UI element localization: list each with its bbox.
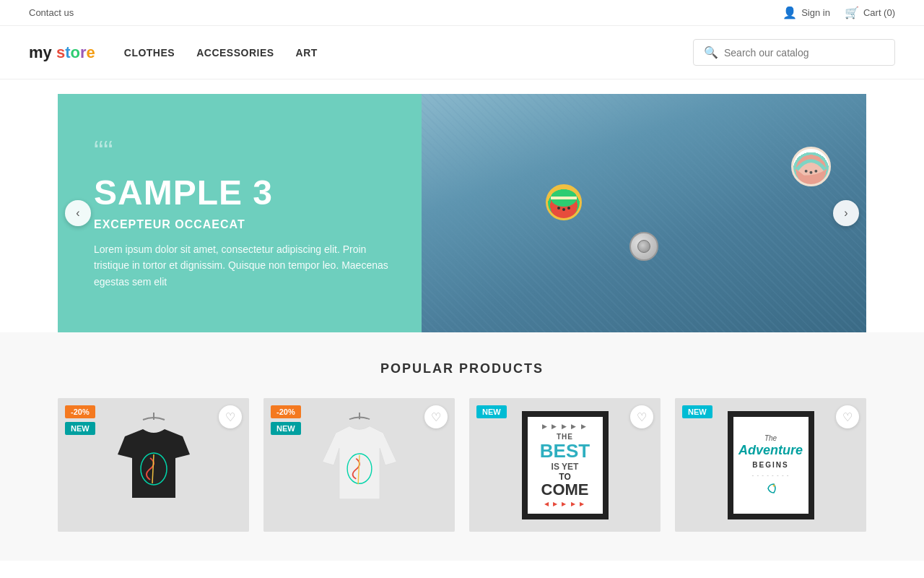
art-print-4-the: The [764,434,777,442]
tshirt-svg-1 [110,411,197,519]
art-print-3-arrows: ◀ ▶ ▶ ▶ ▶ [544,501,585,507]
svg-point-3 [557,207,560,210]
product-image-2: -20% NEW ♡ [263,398,455,532]
product-badges-2: -20% NEW [271,405,301,435]
hero-section: ““ SAMPLE 3 EXCEPTEUR OCCAECAT Lorem ips… [58,94,866,332]
product-card-4[interactable]: NEW ♡ The Adventure BEGINS - - - - - - -… [675,398,866,532]
contact-us-link[interactable]: Contact us [29,7,74,18]
product-image-4: NEW ♡ The Adventure BEGINS - - - - - - -… [675,398,866,532]
product-card-1[interactable]: -20% NEW ♡ [58,398,249,532]
cart-icon: 🛒 [845,6,859,20]
longsleeve-svg-2 [316,411,403,519]
logo-my: my [29,43,56,61]
svg-point-4 [562,208,565,211]
hero-subtitle: EXCEPTEUR OCCAECAT [94,218,393,231]
art-print-4: The Adventure BEGINS - - - - - - - - [728,411,814,519]
badge-new-1: NEW [65,422,95,435]
signin-label: Sign in [801,7,830,18]
svg-point-5 [567,207,570,210]
slider-prev-button[interactable]: ‹ [65,200,91,226]
wishlist-button-1[interactable]: ♡ [219,405,242,428]
badge-discount-2: -20% [271,405,301,418]
badge-new-4: NEW [682,405,712,418]
svg-point-7 [809,171,812,174]
hero-body: Lorem ipsum dolor sit amet, consectetur … [94,241,393,290]
badge-new-3: NEW [476,405,507,418]
product-badges-3: NEW [476,405,507,418]
contact-us-label: Contact us [29,7,74,18]
watermelon-pin-1 [546,184,582,220]
jacket-button [629,232,658,261]
search-input[interactable] [724,47,884,59]
product-card-3[interactable]: NEW ♡ ▶ ▶ ▶ ▶ ▶ THE BEST IS YET TO COME … [469,398,661,532]
nav-accessories[interactable]: ACCESSORIES [196,47,274,59]
art-print-4-moon [764,481,778,496]
top-bar-right: 👤 Sign in 🛒 Cart (0) [783,6,895,20]
slider-next-button[interactable]: › [833,200,859,226]
products-grid: -20% NEW ♡ [58,398,866,532]
art-print-3-isyet: IS YET [552,462,579,472]
products-section: POPULAR PRODUCTS -20% NEW ♡ [0,332,924,561]
hero-image [422,94,866,332]
wishlist-button-2[interactable]: ♡ [424,405,448,428]
search-bar: 🔍 [693,39,895,66]
art-print-3: ▶ ▶ ▶ ▶ ▶ THE BEST IS YET TO COME ◀ ▶ ▶ … [522,411,609,519]
header: my store CLOTHES ACCESSORIES ART 🔍 [0,26,924,79]
hero-title: SAMPLE 3 [94,173,393,212]
art-print-4-dashes: - - - - - - - - [752,472,790,478]
products-title: POPULAR PRODUCTS [58,361,866,376]
cart-link[interactable]: 🛒 Cart (0) [845,6,895,20]
wishlist-button-3[interactable]: ♡ [630,405,653,428]
art-print-3-best: BEST [540,441,590,462]
cart-label: Cart (0) [863,7,895,18]
product-badges-4: NEW [682,405,712,418]
art-print-3-come: COME [541,482,589,498]
hero-slide: ““ SAMPLE 3 EXCEPTEUR OCCAECAT Lorem ips… [58,94,866,332]
signin-link[interactable]: 👤 Sign in [783,6,830,20]
denim-background [422,94,866,332]
art-print-4-adventure: Adventure [738,444,803,458]
badge-discount-1: -20% [65,405,95,418]
art-print-3-top: ▶ ▶ ▶ ▶ ▶ [542,423,588,430]
main-nav: CLOTHES ACCESSORIES ART [124,47,664,59]
hero-content: ““ SAMPLE 3 EXCEPTEUR OCCAECAT Lorem ips… [58,94,422,332]
product-image-3: NEW ♡ ▶ ▶ ▶ ▶ ▶ THE BEST IS YET TO COME … [469,398,661,532]
nav-clothes[interactable]: CLOTHES [124,47,175,59]
badge-new-2: NEW [271,422,301,435]
nav-art[interactable]: ART [296,47,318,59]
logo[interactable]: my store [29,43,95,62]
search-icon: 🔍 [704,46,718,59]
product-card-2[interactable]: -20% NEW ♡ [263,398,455,532]
quote-mark: ““ [94,137,393,165]
svg-rect-2 [551,197,577,199]
svg-point-13 [772,484,775,486]
hero-slider: ““ SAMPLE 3 EXCEPTEUR OCCAECAT Lorem ips… [58,94,866,332]
svg-point-6 [804,170,807,173]
person-icon: 👤 [783,6,797,20]
watermelon-pin-2 [791,147,831,186]
product-image-1: -20% NEW ♡ [58,398,249,532]
wishlist-button-4[interactable]: ♡ [836,405,859,428]
top-bar: Contact us 👤 Sign in 🛒 Cart (0) [0,0,924,26]
svg-point-8 [814,170,817,173]
product-badges-1: -20% NEW [65,405,95,435]
art-print-4-begins: BEGINS [752,461,788,469]
